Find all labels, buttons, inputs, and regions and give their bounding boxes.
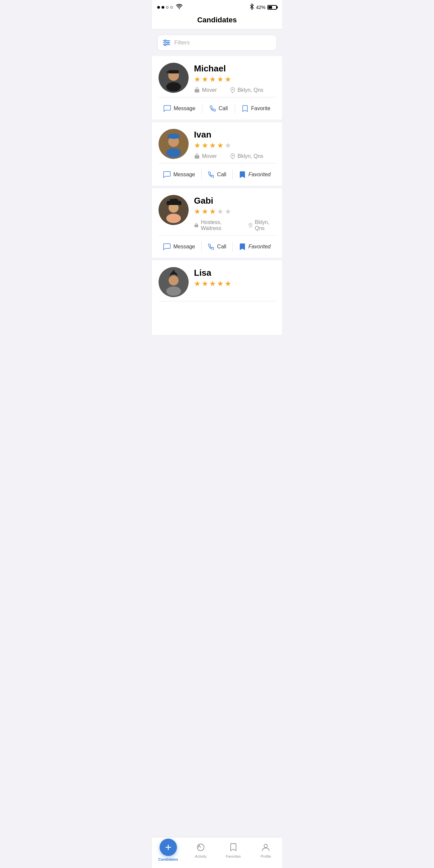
status-bar: 42%: [152, 0, 282, 13]
location-label-ivan: Bklyn, Qns: [237, 153, 263, 159]
star-1: ★: [194, 141, 200, 150]
favorited-button-gabi[interactable]: Favorited: [236, 241, 274, 252]
star-5: ★: [225, 279, 231, 288]
svg-point-27: [166, 286, 181, 296]
job-michael: Mover: [194, 87, 217, 93]
avatar-image-michael: [159, 63, 189, 93]
svg-rect-16: [167, 136, 180, 138]
star-3: ★: [209, 279, 216, 288]
candidate-card-gabi: Gabi ★ ★ ★ ★ ★ Hostess, Waitress: [152, 188, 282, 260]
star-3: ★: [209, 75, 216, 84]
candidate-name-michael: Michael: [194, 63, 275, 74]
candidate-meta-ivan: Mover Bklyn, Qns: [194, 153, 275, 159]
svg-point-4: [167, 42, 169, 44]
svg-rect-8: [168, 70, 179, 73]
bluetooth-icon: [249, 3, 254, 11]
star-3: ★: [209, 141, 216, 150]
avatar-gabi: [159, 195, 189, 225]
location-michael: Bklyn, Qns: [230, 87, 263, 93]
stars-michael: ★ ★ ★ ★ ★: [194, 75, 275, 84]
action-buttons-ivan: Message Call Favorited: [159, 163, 275, 186]
signal-dot-4: [170, 6, 173, 9]
call-label-gabi: Call: [217, 244, 226, 250]
job-label-gabi: Hostess, Waitress: [200, 219, 235, 231]
star-2: ★: [202, 279, 208, 288]
avatar-ivan: [159, 129, 189, 159]
filter-icon: [163, 39, 170, 46]
star-2: ★: [202, 75, 208, 84]
star-4: ★: [217, 207, 224, 216]
page-title: Candidates: [152, 16, 282, 24]
filter-bar[interactable]: Filters: [157, 35, 277, 51]
signal-dot-1: [157, 6, 160, 9]
candidate-name-ivan: Ivan: [194, 129, 275, 140]
star-1: ★: [194, 207, 200, 216]
star-2: ★: [202, 207, 208, 216]
candidate-info-ivan: Ivan ★ ★ ★ ★ ★ Mover: [159, 129, 275, 163]
filter-section: Filters: [152, 29, 282, 56]
svg-point-12: [232, 89, 234, 90]
svg-rect-23: [195, 225, 198, 227]
svg-point-3: [164, 40, 166, 42]
candidate-meta-gabi: Hostess, Waitress Bklyn, Qns: [194, 219, 275, 231]
job-ivan: Mover: [194, 153, 217, 159]
svg-point-10: [166, 82, 181, 91]
stars-lisa: ★ ★ ★ ★ ★: [194, 279, 275, 288]
divider-1: [202, 103, 202, 114]
location-gabi: Bklyn, Qns: [248, 219, 275, 231]
avatar-image-ivan: [159, 129, 189, 159]
candidate-meta-michael: Mover Bklyn, Qns: [194, 87, 275, 93]
star-5: ★: [225, 207, 231, 216]
star-4: ★: [217, 75, 224, 84]
call-button-gabi[interactable]: Call: [204, 241, 230, 252]
avatar-image-lisa: [159, 267, 189, 297]
svg-point-5: [164, 44, 166, 46]
star-1: ★: [194, 75, 200, 84]
candidate-card-michael: Michael ★ ★ ★ ★ ★ Mover: [152, 56, 282, 122]
message-button-ivan[interactable]: Message: [160, 169, 198, 180]
candidate-details-gabi: Gabi ★ ★ ★ ★ ★ Hostess, Waitress: [194, 195, 275, 231]
message-label-ivan: Message: [173, 172, 195, 178]
call-label-michael: Call: [219, 105, 228, 112]
action-buttons-michael: Message Call Favorite: [159, 97, 275, 120]
signal-indicators: [157, 4, 183, 11]
svg-rect-11: [195, 89, 199, 92]
candidate-card-lisa-partial: Lisa ★ ★ ★ ★ ★: [152, 260, 282, 335]
favorite-button-michael[interactable]: Favorite: [238, 103, 274, 114]
candidate-info-gabi: Gabi ★ ★ ★ ★ ★ Hostess, Waitress: [159, 195, 275, 236]
candidate-details-ivan: Ivan ★ ★ ★ ★ ★ Mover: [194, 129, 275, 159]
candidates-list: Michael ★ ★ ★ ★ ★ Mover: [152, 56, 282, 335]
message-label-gabi: Message: [173, 244, 195, 250]
action-buttons-gabi: Message Call Favorited: [159, 236, 275, 258]
stars-gabi: ★ ★ ★ ★ ★: [194, 207, 275, 216]
candidate-details-michael: Michael ★ ★ ★ ★ ★ Mover: [194, 63, 275, 93]
divider-6: [232, 242, 233, 252]
svg-point-19: [232, 155, 234, 156]
signal-dot-3: [166, 6, 168, 9]
star-4: ★: [217, 279, 224, 288]
avatar-michael: [159, 63, 189, 93]
call-label-ivan: Call: [217, 172, 226, 178]
signal-dot-2: [162, 6, 164, 9]
favorited-label-ivan: Favorited: [248, 172, 271, 178]
location-ivan: Bklyn, Qns: [230, 153, 263, 159]
star-1: ★: [194, 279, 200, 288]
battery-percentage: 42%: [256, 5, 266, 10]
filter-placeholder: Filters: [174, 39, 190, 46]
message-button-gabi[interactable]: Message: [160, 241, 198, 252]
page-header: Candidates: [152, 13, 282, 29]
svg-point-17: [166, 148, 181, 158]
message-button-michael[interactable]: Message: [160, 103, 199, 114]
call-button-michael[interactable]: Call: [206, 103, 231, 114]
svg-rect-18: [195, 155, 199, 159]
svg-point-22: [166, 214, 181, 223]
wifi-icon: [176, 4, 183, 11]
battery-indicator: 42%: [249, 3, 277, 11]
call-button-ivan[interactable]: Call: [204, 169, 230, 180]
favorite-label-michael: Favorite: [251, 105, 271, 112]
candidate-card-ivan: Ivan ★ ★ ★ ★ ★ Mover: [152, 122, 282, 188]
candidate-info-lisa: Lisa ★ ★ ★ ★ ★: [159, 267, 275, 302]
svg-rect-9: [166, 71, 169, 73]
favorited-button-ivan[interactable]: Favorited: [236, 169, 274, 180]
divider-2: [235, 103, 235, 114]
